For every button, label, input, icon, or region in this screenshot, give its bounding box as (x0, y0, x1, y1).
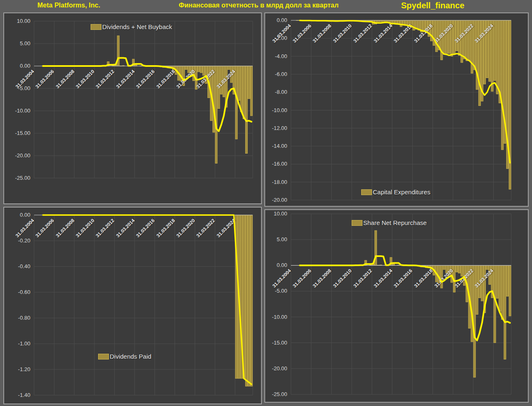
legend-dividends-paid: Dividends Paid (98, 353, 151, 360)
quarter-bar (243, 215, 245, 379)
legend-label: Share Net Repurchase (363, 219, 427, 226)
quarter-bar (170, 66, 172, 68)
legend-swatch-icon (91, 24, 101, 30)
legend-label: Capital Expenditures (373, 188, 430, 196)
quarter-bar (471, 265, 473, 342)
chart-panel-share-net-repurchase: 10.005.000.00-5.00-10.00-15.00-20.00-25.… (264, 209, 529, 403)
chart-panel-dividends-paid: 0.00-0.20-0.40-0.60-0.80-1.00-1.20-1.403… (3, 207, 262, 404)
legend-swatch-icon (352, 220, 362, 226)
quarter-bar (420, 20, 422, 32)
quarter-bar (456, 265, 458, 272)
quarter-bar (494, 20, 496, 81)
quarter-bar (250, 66, 252, 116)
quarter-bar (382, 20, 384, 23)
quarter-bar (200, 66, 202, 73)
legend-label: Dividends + Net Buyback (102, 23, 172, 30)
quarter-bar (501, 265, 503, 320)
quarter-bar (238, 66, 240, 100)
quarter-bar (238, 215, 240, 379)
quarter-bar (375, 20, 377, 24)
quarter-bar (473, 265, 475, 377)
quarter-bar (483, 265, 485, 313)
quarter-bar (453, 20, 455, 54)
quarter-bar (509, 20, 511, 189)
quarter-bar (235, 215, 237, 379)
infographic-meta-financials: Meta Platforms, Inc. Финансовая отчетнос… (0, 0, 532, 406)
quarter-bar (243, 66, 245, 119)
page-title: Финансовая отчетность в млрд долл за ква… (179, 2, 339, 9)
quarter-bar (486, 265, 488, 269)
chart-panel-dividends-plus-net-buyback: 10.005.000.00-5.00-10.00-15.00-20.00-25.… (3, 12, 262, 204)
quarter-bar (245, 66, 247, 154)
quarter-bar (225, 66, 227, 107)
quarter-bar (213, 66, 215, 132)
quarter-bar (405, 20, 407, 25)
legend-share-net-repurchase: Share Net Repurchase (352, 219, 427, 226)
quarter-bar (476, 265, 478, 314)
quarter-bar (228, 66, 230, 70)
quarter-bar (175, 66, 177, 75)
plot-area (3, 12, 262, 204)
quarter-bar (365, 260, 367, 265)
quarter-bar (117, 36, 119, 66)
quarter-bar (403, 20, 405, 25)
quarter-bar (240, 215, 242, 379)
legend-swatch-icon (361, 189, 372, 195)
quarter-bar (504, 265, 506, 359)
legend-label: Dividends Paid (110, 353, 151, 360)
plot-area (264, 209, 529, 403)
quarter-bar (107, 61, 109, 66)
header-bar: Meta Platforms, Inc. Финансовая отчетнос… (0, 0, 532, 12)
legend-dividends-plus-net-buyback: Dividends + Net Buyback (91, 23, 172, 30)
quarter-bar (132, 59, 134, 66)
quarter-bar (501, 20, 503, 150)
quarter-bar (463, 20, 466, 59)
quarter-bar (494, 265, 496, 342)
quarter-bar (250, 215, 252, 386)
quarter-bar (385, 20, 387, 23)
quarter-bar (506, 20, 508, 169)
quarter-bar (395, 20, 397, 24)
quarter-bar (499, 265, 501, 311)
quarter-bar (413, 20, 415, 30)
quarter-bar (443, 20, 445, 54)
quarter-bar (499, 20, 501, 103)
quarter-bar (461, 20, 463, 63)
quarter-bar (441, 20, 443, 60)
quarter-bar (415, 20, 417, 29)
quarter-bar (185, 66, 187, 70)
quarter-bar (240, 66, 242, 112)
quarter-bar (496, 20, 498, 94)
quarter-bar (425, 265, 427, 268)
quarter-bar (177, 66, 180, 81)
quarter-bar (491, 20, 493, 91)
quarter-bar (433, 265, 435, 275)
plot-area (3, 207, 262, 404)
chart-panel-capital-expenditures: 0.00-2.00-4.00-6.00-8.00-10.00-12.00-14.… (264, 12, 529, 207)
quarter-bar (458, 265, 461, 273)
quarter-bar (428, 265, 430, 268)
quarter-bar (476, 20, 478, 90)
quarter-bar (372, 20, 374, 24)
quarter-bar (167, 66, 170, 68)
channel-name: Spydell_finance (401, 1, 464, 10)
legend-capital-expenditures: Capital Expenditures (361, 188, 430, 196)
quarter-bar (208, 66, 210, 98)
quarter-bar (397, 20, 399, 24)
quarter-bar (197, 66, 200, 72)
quarter-bar (443, 265, 445, 269)
quarter-bar (509, 265, 511, 316)
quarter-bar (506, 265, 508, 296)
quarter-bar (446, 20, 448, 54)
company-name: Meta Platforms, Inc. (37, 2, 100, 9)
quarter-bar (392, 20, 394, 24)
quarter-bar (248, 66, 250, 99)
quarter-bar (375, 230, 377, 265)
quarter-bar (245, 215, 247, 386)
quarter-bar (248, 215, 250, 386)
quarter-bar (496, 265, 498, 298)
legend-swatch-icon (98, 354, 109, 360)
quarter-bar (461, 265, 463, 276)
quarter-bar (390, 257, 392, 265)
quarter-bar (215, 66, 217, 163)
